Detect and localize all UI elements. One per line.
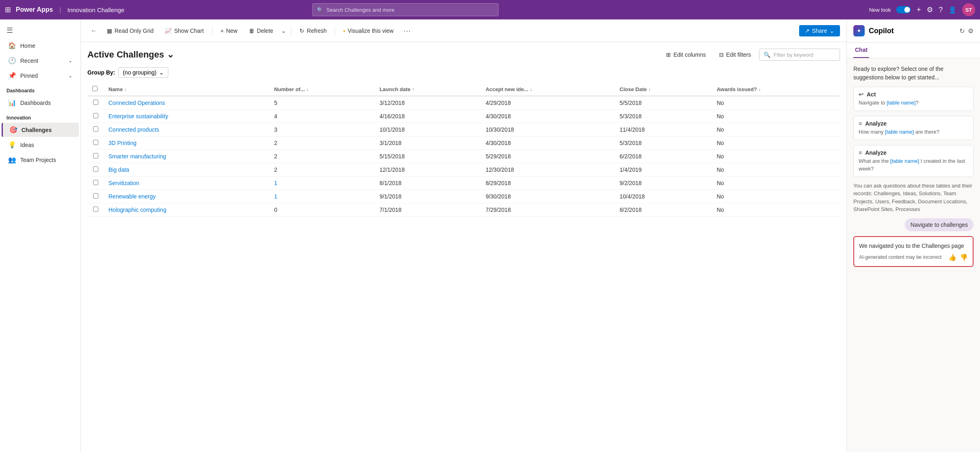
row-checkbox[interactable]: [93, 113, 98, 118]
sidebar-item-home[interactable]: 🏠 Home: [2, 38, 79, 53]
row-accept-new-cell: 5/29/2018: [481, 150, 615, 163]
copilot-tabs: Chat: [847, 43, 980, 58]
user-avatar[interactable]: ST: [962, 3, 975, 16]
new-button[interactable]: + New: [216, 25, 242, 36]
sidebar-item-ideas[interactable]: 💡 Ideas: [2, 138, 79, 152]
grid-area: Active Challenges ⌄ ⊞ Edit columns ⊟ Edi…: [81, 42, 846, 452]
awards-sort-icon: ↓: [759, 87, 761, 92]
row-checkbox[interactable]: [93, 193, 98, 198]
copilot-suggestion-analyze1[interactable]: ≡ Analyze How many [table name] are ther…: [853, 116, 974, 140]
row-checkbox-cell[interactable]: [87, 177, 104, 190]
apps-grid-icon[interactable]: ⊞: [5, 5, 11, 14]
row-checkbox-cell[interactable]: [87, 150, 104, 163]
analyze2-icon: ≡: [859, 149, 862, 156]
row-checkbox[interactable]: [93, 100, 98, 105]
copilot-settings-button[interactable]: ⚙: [968, 27, 974, 35]
row-checkbox[interactable]: [93, 180, 98, 185]
row-accept-new-cell: 10/30/2018: [481, 123, 615, 136]
main-layout: ☰ 🏠 Home 🕐 Recent ⌄ 📌 Pinned ⌄ Dashboard…: [0, 19, 980, 452]
help-button[interactable]: ?: [939, 6, 943, 14]
copilot-tab-chat[interactable]: Chat: [853, 43, 869, 58]
table-row[interactable]: Servitization 1 8/1/2018 8/29/2018 9/2/2…: [87, 177, 840, 190]
row-checkbox-cell[interactable]: [87, 110, 104, 123]
read-only-grid-button[interactable]: ▦ Read Only Grid: [102, 25, 158, 36]
show-chart-button[interactable]: 📈 Show Chart: [160, 25, 208, 36]
copilot-suggestion-act[interactable]: ↩ Act Navigate to [table name]?: [853, 87, 974, 111]
col-header-name[interactable]: Name ↓: [104, 83, 269, 96]
row-checkbox-cell[interactable]: [87, 123, 104, 136]
app-name: Innovation Challenge: [68, 6, 125, 13]
row-checkbox[interactable]: [93, 126, 98, 132]
col-header-number[interactable]: Number of... ↓: [269, 83, 374, 96]
row-checkbox-cell[interactable]: [87, 190, 104, 203]
delete-chevron-button[interactable]: ⌄: [280, 25, 288, 36]
more-options-button[interactable]: ⋯: [400, 24, 414, 38]
row-checkbox[interactable]: [93, 166, 98, 172]
row-number-cell: 1: [269, 177, 374, 190]
back-button[interactable]: ←: [87, 25, 100, 37]
table-row[interactable]: Connected products 3 10/1/2018 10/30/201…: [87, 123, 840, 136]
row-launch-date-cell: 7/1/2018: [375, 203, 481, 217]
settings-button[interactable]: ⚙: [927, 5, 933, 14]
group-by-select[interactable]: (no grouping) ⌄: [118, 67, 168, 78]
navigate-to-challenges-bubble: Navigate to challenges: [905, 218, 974, 231]
edit-filters-button[interactable]: ⊟ Edit filters: [714, 49, 756, 60]
row-checkbox-cell[interactable]: [87, 203, 104, 217]
row-checkbox[interactable]: [93, 140, 98, 145]
copilot-suggestion-analyze2[interactable]: ≡ Analyze What are the [table name] I cr…: [853, 145, 974, 177]
global-search[interactable]: 🔍 Search Challenges and more: [312, 3, 498, 16]
select-all-checkbox[interactable]: [92, 86, 98, 91]
table-row[interactable]: Connected Operations 5 3/12/2018 4/29/20…: [87, 96, 840, 110]
delete-button[interactable]: 🗑 Delete: [244, 25, 278, 36]
thumbs-up-button[interactable]: 👍: [948, 254, 957, 261]
plus-button[interactable]: +: [916, 6, 921, 14]
sidebar-item-recent[interactable]: 🕐 Recent ⌄: [2, 53, 79, 68]
row-checkbox-cell[interactable]: [87, 163, 104, 177]
thumbs-down-button[interactable]: 👎: [960, 254, 968, 261]
sidebar-item-label: Dashboards: [20, 100, 51, 106]
grid-title-chevron-icon[interactable]: ⌄: [167, 49, 174, 60]
pinned-chevron-icon: ⌄: [68, 73, 72, 79]
sidebar-item-team-projects[interactable]: 👥 Team Projects: [2, 153, 79, 167]
row-checkbox-cell[interactable]: [87, 96, 104, 110]
row-checkbox-cell[interactable]: [87, 136, 104, 150]
checkbox-header[interactable]: [87, 83, 104, 96]
row-awards-cell: No: [712, 177, 840, 190]
act-icon: ↩: [859, 91, 863, 98]
table-row[interactable]: Big data 2 12/1/2018 12/30/2018 1/4/2019…: [87, 163, 840, 177]
user-icon-button[interactable]: 👤: [948, 6, 957, 14]
table-row[interactable]: 3D Printing 2 3/1/2018 4/30/2018 5/3/201…: [87, 136, 840, 150]
row-checkbox[interactable]: [93, 153, 98, 158]
edit-columns-button[interactable]: ⊞ Edit columns: [661, 49, 711, 60]
sidebar-item-challenges[interactable]: 🎯 Challenges: [2, 123, 79, 137]
sidebar-item-pinned[interactable]: 📌 Pinned ⌄: [2, 68, 79, 83]
copilot-content: Ready to explore? Select one of the sugg…: [847, 58, 980, 452]
table-row[interactable]: Smarter manufacturing 2 5/15/2018 5/29/2…: [87, 150, 840, 163]
grid-title-text: Active Challenges: [87, 49, 164, 60]
col-header-launch-date[interactable]: Launch date ↑: [375, 83, 481, 96]
sidebar-toggle[interactable]: ☰: [0, 23, 81, 38]
col-header-close-date[interactable]: Close Date ↓: [615, 83, 712, 96]
copilot-info-text: You can ask questions about these tables…: [853, 182, 974, 213]
new-label: New: [226, 28, 238, 34]
filter-input-container[interactable]: 🔍 Filter by keyword: [759, 49, 840, 61]
sidebar-item-dashboards[interactable]: 📊 Dashboards: [2, 96, 79, 110]
copilot-refresh-button[interactable]: ↻: [959, 27, 965, 35]
visualize-button[interactable]: ▪ Visualize this view: [338, 25, 398, 36]
col-header-accept-new[interactable]: Accept new ide... ↓: [481, 83, 615, 96]
content-area: ← ▦ Read Only Grid 📈 Show Chart + New 🗑 …: [81, 19, 846, 452]
table-row[interactable]: Enterprise sustainability 4 4/16/2018 4/…: [87, 110, 840, 123]
row-name-cell: Connected products: [104, 123, 269, 136]
share-button[interactable]: ↗ Share ⌄: [799, 25, 840, 36]
act-table-name-link[interactable]: [table name]: [887, 100, 916, 106]
table-row[interactable]: Renewable energy 1 9/1/2018 9/30/2018 10…: [87, 190, 840, 203]
row-launch-date-cell: 5/15/2018: [375, 150, 481, 163]
row-checkbox[interactable]: [93, 207, 98, 212]
refresh-button[interactable]: ↻ Refresh: [295, 25, 331, 36]
innovation-section-label: Innovation: [0, 110, 81, 122]
new-look-toggle[interactable]: [896, 6, 911, 13]
analyze1-table-name-link[interactable]: [table name]: [885, 129, 914, 135]
table-row[interactable]: Holographic computing 0 7/1/2018 7/29/20…: [87, 203, 840, 217]
analyze2-table-name-link[interactable]: [table name]: [890, 158, 919, 164]
col-header-awards[interactable]: Awards issued? ↓: [712, 83, 840, 96]
